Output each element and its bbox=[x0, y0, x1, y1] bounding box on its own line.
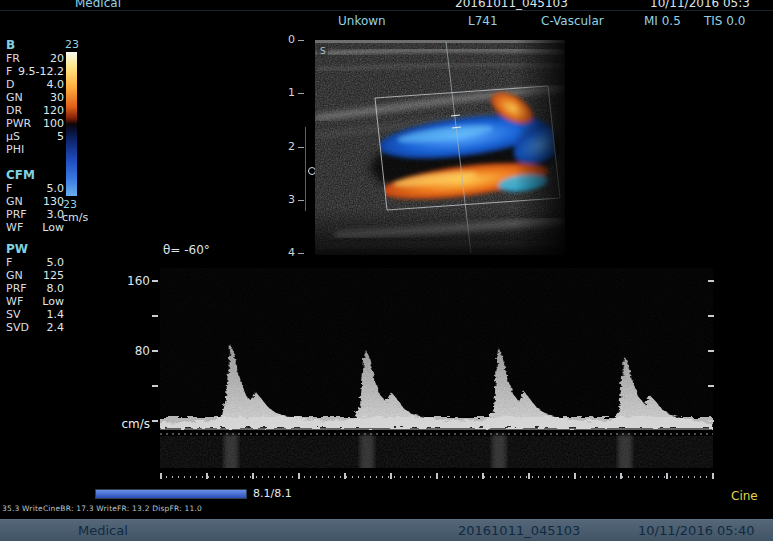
param-value: 100 bbox=[43, 117, 64, 130]
velocity-unit-label: cm/s bbox=[116, 417, 150, 431]
baseline-clutter-band bbox=[160, 417, 713, 428]
param-value: 4.0 bbox=[47, 78, 65, 91]
depth-mark-2: 2 bbox=[288, 141, 314, 153]
param-label: F bbox=[6, 256, 12, 269]
param-label: SV bbox=[6, 308, 21, 321]
depth-mark-3: 3 bbox=[288, 194, 314, 206]
depth-mark-4: 4 bbox=[288, 247, 314, 259]
datetime-bottom: 10/11/2016 05:40 bbox=[638, 520, 755, 541]
param-value: 20 bbox=[50, 52, 64, 65]
depth-mark-0: 0 bbox=[288, 34, 314, 46]
depth-tick bbox=[298, 147, 304, 148]
top-bar-row1: Medical 20161011_045103 10/11/2016 05:3 bbox=[0, 0, 773, 11]
top-bar-row2: Unkown L741 C-Vascular MI 0.5 TIS 0.0 bbox=[0, 11, 773, 31]
colorbar-unit-label: cm/s bbox=[62, 211, 88, 224]
param-value: 30 bbox=[50, 91, 64, 104]
param-value: 5 bbox=[57, 130, 64, 143]
param-value: 125 bbox=[43, 269, 64, 282]
param-value: 1.4 bbox=[47, 308, 65, 321]
colorbar-min-label: -23 bbox=[59, 198, 77, 211]
param-label: GN bbox=[6, 91, 23, 104]
param-row: F5.0 bbox=[6, 256, 64, 269]
spectral-doppler-trace[interactable] bbox=[160, 268, 713, 468]
depth-label: 4 bbox=[288, 247, 295, 259]
param-value: 9.5-12.2 bbox=[18, 65, 64, 78]
param-row: F5.0 bbox=[6, 182, 64, 195]
velocity-label-160: 160 bbox=[118, 274, 150, 288]
param-label: D bbox=[6, 78, 14, 91]
param-row: FR20 bbox=[6, 52, 64, 65]
tis-value: TIS 0.0 bbox=[704, 14, 745, 28]
param-label: PRF bbox=[6, 282, 27, 295]
colorbar-max-label: 23 bbox=[65, 38, 79, 51]
param-value: Low bbox=[42, 295, 64, 308]
param-label: PWR bbox=[6, 117, 31, 130]
depth-mark-1: 1 bbox=[288, 87, 314, 99]
param-row: F9.5-12.2 bbox=[6, 65, 64, 78]
cine-progress-fill bbox=[96, 490, 246, 498]
velocity-axis-tick bbox=[152, 350, 158, 352]
color-roi-depth-indicator bbox=[305, 127, 306, 211]
mi-value: MI 0.5 bbox=[644, 14, 681, 28]
velocity-axis-tick bbox=[152, 385, 158, 387]
param-row: PRF8.0 bbox=[6, 282, 64, 295]
b-mode-section-title: B bbox=[6, 38, 64, 52]
exam-id-bottom: 20161011_045103 bbox=[458, 520, 580, 541]
param-value: 2.4 bbox=[47, 321, 65, 334]
cfm-colorbar bbox=[66, 52, 77, 196]
cine-progress-text: 8.1/8.1 bbox=[253, 487, 292, 500]
param-label: WF bbox=[6, 295, 23, 308]
depth-tick bbox=[298, 200, 304, 201]
pw-section-title: PW bbox=[6, 242, 64, 256]
performance-status-line: 35.3 WriteCineBR: 17.3 WriteFR: 13.2 Dis… bbox=[2, 504, 202, 513]
param-row: WFLow bbox=[6, 221, 64, 234]
parameter-panel: B FR20 F9.5-12.2 D4.0 GN30 DR120 PWR100 … bbox=[6, 38, 64, 334]
param-row: PWR100 bbox=[6, 117, 64, 130]
velocity-axis-tick bbox=[152, 420, 158, 422]
param-row: SVD2.4 bbox=[6, 321, 64, 334]
param-label: FR bbox=[6, 52, 20, 65]
param-row: D4.0 bbox=[6, 78, 64, 91]
param-row: PRF3.0 bbox=[6, 208, 64, 221]
param-label: PHI bbox=[6, 143, 24, 156]
cine-progress-bar[interactable] bbox=[95, 489, 247, 499]
param-label: F bbox=[6, 182, 12, 195]
exam-id-top: 20161011_045103 bbox=[455, 0, 568, 10]
depth-tick bbox=[298, 253, 304, 254]
param-row: WFLow bbox=[6, 295, 64, 308]
cine-mode-label: Cine bbox=[731, 489, 758, 503]
param-row: µS5 bbox=[6, 130, 64, 143]
param-label: GN bbox=[6, 269, 23, 282]
exam-preset: C-Vascular bbox=[541, 14, 604, 28]
bottom-bar: Medical 20161011_045103 10/11/2016 05:40 bbox=[0, 519, 773, 541]
param-label: µS bbox=[6, 130, 20, 143]
param-label: PRF bbox=[6, 208, 27, 221]
facility-name-top: Medical bbox=[75, 0, 121, 10]
velocity-label-80: 80 bbox=[118, 344, 150, 358]
patient-name: Unkown bbox=[338, 14, 386, 28]
param-label: DR bbox=[6, 104, 22, 117]
param-label: GN bbox=[6, 195, 23, 208]
param-label: SVD bbox=[6, 321, 29, 334]
bmode-color-image[interactable]: S bbox=[315, 40, 565, 255]
cfm-section-title: CFM bbox=[6, 168, 64, 182]
param-row: GN30 bbox=[6, 91, 64, 104]
param-label: F bbox=[6, 65, 12, 78]
depth-tick bbox=[298, 93, 304, 94]
param-row: SV1.4 bbox=[6, 308, 64, 321]
datetime-top: 10/11/2016 05:3 bbox=[650, 0, 750, 10]
depth-label: 1 bbox=[288, 87, 295, 99]
param-row: PHI bbox=[6, 143, 64, 156]
ultrasound-screen: Medical 20161011_045103 10/11/2016 05:3 … bbox=[0, 0, 773, 541]
depth-label: 3 bbox=[288, 194, 295, 206]
probe-name: L741 bbox=[468, 14, 498, 28]
param-value: 5.0 bbox=[47, 256, 65, 269]
param-value: 120 bbox=[43, 104, 64, 117]
facility-name-bottom: Medical bbox=[78, 520, 128, 541]
param-row: GN125 bbox=[6, 269, 64, 282]
param-row: GN130 bbox=[6, 195, 64, 208]
param-row: DR120 bbox=[6, 104, 64, 117]
depth-tick bbox=[298, 40, 304, 41]
param-value: Low bbox=[42, 221, 64, 234]
param-value: 8.0 bbox=[47, 282, 65, 295]
